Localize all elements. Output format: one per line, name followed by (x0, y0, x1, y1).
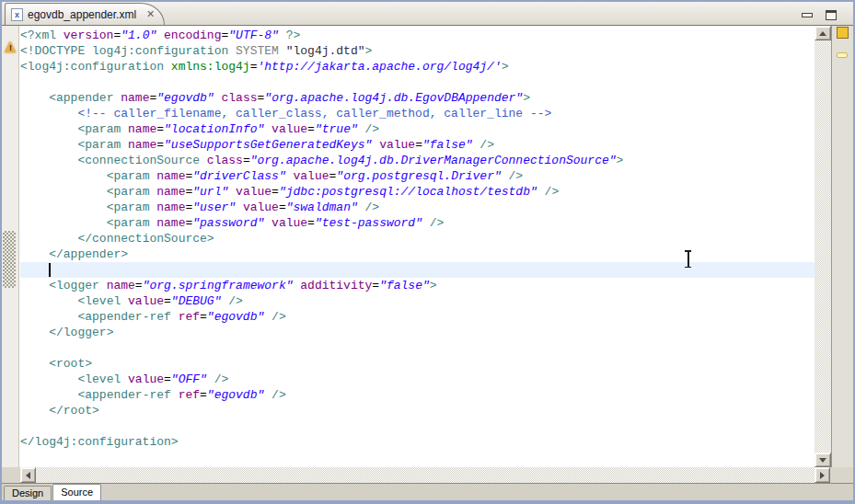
code-line[interactable]: <param name="driverClass" value="org.pos… (20, 168, 815, 184)
code-line[interactable]: <appender-ref ref="egovdb" /> (20, 387, 815, 403)
code-lines: <?xml version="1.0" encoding="UTF-8" ?><… (19, 26, 815, 450)
editor-tab-egovdb-appender[interactable]: x egovdb_appender.xml ✕ (5, 3, 165, 25)
tab-design[interactable]: Design (4, 486, 52, 500)
code-line[interactable]: <connectionSource class="org.apache.log4… (20, 153, 815, 168)
annotation-ruler[interactable]: ! (2, 26, 19, 467)
code-line[interactable]: </logger> (20, 325, 815, 340)
code-line[interactable] (20, 262, 815, 278)
code-line[interactable]: <param name="locationInfo" value="true" … (20, 121, 815, 137)
code-line[interactable]: </connectionSource> (20, 231, 815, 246)
arrow-up-icon (819, 31, 826, 36)
minimize-icon[interactable] (802, 13, 813, 17)
code-line[interactable]: <root> (20, 356, 815, 372)
code-line[interactable] (20, 74, 815, 90)
code-line[interactable]: </appender> (20, 246, 815, 262)
scroll-right-button[interactable] (815, 467, 830, 483)
warning-icon[interactable]: ! (5, 41, 17, 52)
code-line[interactable]: <appender name="egovdb" class="org.apach… (20, 90, 815, 106)
code-line[interactable]: <param name="password" value="test-passw… (20, 215, 815, 231)
code-line[interactable]: <param name="user" value="swaldman" /> (20, 200, 815, 215)
code-line[interactable]: <!DOCTYPE log4j:configuration SYSTEM "lo… (20, 43, 815, 59)
arrow-down-icon (819, 458, 826, 463)
arrow-left-icon (26, 472, 30, 479)
code-line[interactable]: <appender-ref ref="egovdb" /> (20, 309, 815, 325)
tab-source[interactable]: Source (52, 484, 101, 500)
code-line[interactable] (20, 340, 815, 356)
code-line[interactable]: <?xml version="1.0" encoding="UTF-8" ?> (20, 28, 815, 43)
code-line[interactable]: <level value="OFF" /> (20, 372, 815, 387)
scrollbar-tail (830, 467, 853, 483)
overview-warning-mark[interactable] (837, 52, 848, 58)
code-line[interactable]: </log4j:configuration> (20, 434, 815, 450)
xml-file-icon: x (11, 8, 23, 21)
scroll-up-button[interactable] (815, 26, 831, 40)
code-line[interactable]: </root> (20, 403, 815, 418)
close-icon[interactable]: ✕ (146, 9, 155, 19)
code-line[interactable]: <log4j:configuration xmlns:log4j='http:/… (20, 59, 815, 74)
horizontal-scrollbar-track[interactable] (36, 467, 815, 483)
code-line[interactable]: <param name="useSupportsGetGeneratedKeys… (20, 137, 815, 153)
editor-window: x egovdb_appender.xml ✕ ! <?xml version=… (0, 0, 855, 504)
warning-glyph: ! (5, 43, 17, 52)
editor-body: ! <?xml version="1.0" encoding="UTF-8" ?… (2, 26, 853, 467)
horizontal-scrollbar[interactable] (2, 467, 853, 484)
page-tabs: Design Source (2, 484, 853, 500)
vertical-scrollbar-track[interactable] (815, 40, 831, 452)
code-editor[interactable]: <?xml version="1.0" encoding="UTF-8" ?><… (19, 26, 815, 467)
editor-tab-title: egovdb_appender.xml (28, 8, 136, 21)
code-line[interactable] (20, 418, 815, 434)
range-indicator (3, 231, 16, 288)
arrow-right-icon (820, 472, 825, 479)
overview-warning-summary[interactable] (837, 27, 849, 39)
maximize-icon[interactable] (826, 10, 837, 20)
code-line[interactable]: <!-- caller_filename, caller_class, call… (20, 106, 815, 121)
text-caret (49, 263, 51, 277)
overview-ruler[interactable] (831, 26, 853, 467)
editor-tabbar: x egovdb_appender.xml ✕ (2, 2, 853, 26)
vertical-scrollbar[interactable] (815, 26, 831, 467)
scroll-left-button[interactable] (20, 467, 36, 483)
code-line[interactable]: <param name="url" value="jdbc:postgresql… (20, 184, 815, 200)
code-line[interactable]: <level value="DEBUG" /> (20, 293, 815, 309)
scroll-down-button[interactable] (815, 452, 831, 467)
scrollbar-corner (2, 467, 20, 483)
code-line[interactable]: <logger name="org.springframework" addit… (20, 278, 815, 293)
view-controls (802, 10, 837, 20)
